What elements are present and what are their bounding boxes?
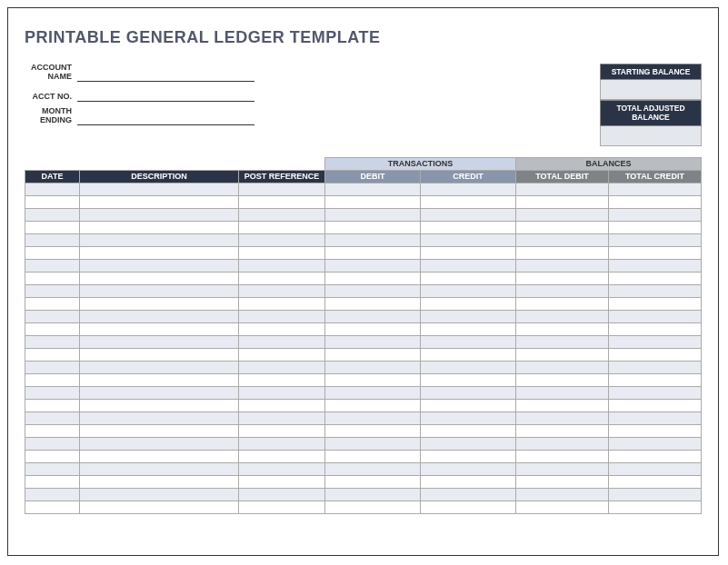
table-cell[interactable]	[516, 361, 609, 373]
table-cell[interactable]	[609, 411, 702, 424]
table-cell[interactable]	[325, 348, 421, 361]
table-cell[interactable]	[239, 322, 325, 335]
table-cell[interactable]	[25, 183, 80, 195]
table-cell[interactable]	[325, 437, 421, 450]
table-cell[interactable]	[609, 437, 702, 450]
table-cell[interactable]	[239, 335, 325, 348]
table-cell[interactable]	[325, 399, 421, 411]
table-cell[interactable]	[25, 195, 80, 208]
table-cell[interactable]	[325, 183, 421, 195]
table-cell[interactable]	[325, 221, 421, 233]
table-cell[interactable]	[239, 195, 325, 208]
table-cell[interactable]	[80, 437, 239, 450]
table-cell[interactable]	[239, 361, 325, 373]
table-cell[interactable]	[421, 322, 516, 335]
table-cell[interactable]	[516, 424, 609, 437]
table-cell[interactable]	[609, 386, 702, 399]
table-cell[interactable]	[609, 424, 702, 437]
table-cell[interactable]	[516, 233, 609, 246]
table-cell[interactable]	[25, 297, 80, 310]
table-cell[interactable]	[25, 399, 80, 411]
table-cell[interactable]	[421, 348, 516, 361]
table-cell[interactable]	[609, 233, 702, 246]
table-cell[interactable]	[421, 488, 516, 501]
table-cell[interactable]	[80, 195, 239, 208]
table-cell[interactable]	[80, 322, 239, 335]
table-cell[interactable]	[421, 462, 516, 475]
table-cell[interactable]	[80, 462, 239, 475]
table-cell[interactable]	[239, 183, 325, 195]
table-cell[interactable]	[325, 373, 421, 386]
table-cell[interactable]	[325, 335, 421, 348]
table-cell[interactable]	[609, 272, 702, 284]
table-cell[interactable]	[239, 424, 325, 437]
table-cell[interactable]	[239, 221, 325, 233]
table-cell[interactable]	[325, 272, 421, 284]
table-cell[interactable]	[421, 475, 516, 488]
table-cell[interactable]	[421, 272, 516, 284]
table-cell[interactable]	[25, 310, 80, 322]
table-cell[interactable]	[325, 208, 421, 221]
table-cell[interactable]	[609, 450, 702, 462]
table-cell[interactable]	[80, 183, 239, 195]
table-cell[interactable]	[80, 424, 239, 437]
table-cell[interactable]	[609, 259, 702, 272]
table-cell[interactable]	[516, 373, 609, 386]
table-cell[interactable]	[80, 310, 239, 322]
table-cell[interactable]	[25, 348, 80, 361]
table-cell[interactable]	[80, 488, 239, 501]
table-cell[interactable]	[25, 411, 80, 424]
table-cell[interactable]	[80, 501, 239, 513]
table-cell[interactable]	[25, 488, 80, 501]
table-cell[interactable]	[325, 475, 421, 488]
table-cell[interactable]	[25, 462, 80, 475]
table-cell[interactable]	[239, 272, 325, 284]
acct-no-input[interactable]	[77, 87, 254, 102]
table-cell[interactable]	[609, 361, 702, 373]
table-cell[interactable]	[516, 501, 609, 513]
table-cell[interactable]	[516, 284, 609, 297]
table-cell[interactable]	[609, 195, 702, 208]
table-cell[interactable]	[325, 284, 421, 297]
table-cell[interactable]	[421, 183, 516, 195]
table-cell[interactable]	[80, 272, 239, 284]
table-cell[interactable]	[325, 501, 421, 513]
table-cell[interactable]	[25, 373, 80, 386]
table-cell[interactable]	[80, 284, 239, 297]
month-ending-input[interactable]	[77, 111, 254, 125]
table-cell[interactable]	[516, 195, 609, 208]
table-cell[interactable]	[239, 386, 325, 399]
table-cell[interactable]	[421, 221, 516, 233]
table-cell[interactable]	[609, 208, 702, 221]
table-cell[interactable]	[325, 195, 421, 208]
table-cell[interactable]	[239, 233, 325, 246]
table-cell[interactable]	[239, 462, 325, 475]
table-cell[interactable]	[239, 411, 325, 424]
table-cell[interactable]	[609, 488, 702, 501]
table-cell[interactable]	[421, 450, 516, 462]
table-cell[interactable]	[80, 361, 239, 373]
total-adjusted-balance-value[interactable]	[600, 126, 702, 146]
table-cell[interactable]	[421, 437, 516, 450]
table-cell[interactable]	[25, 233, 80, 246]
table-cell[interactable]	[80, 411, 239, 424]
table-cell[interactable]	[80, 246, 239, 259]
table-cell[interactable]	[325, 411, 421, 424]
table-cell[interactable]	[516, 399, 609, 411]
table-cell[interactable]	[239, 208, 325, 221]
table-cell[interactable]	[516, 322, 609, 335]
table-cell[interactable]	[239, 437, 325, 450]
table-cell[interactable]	[609, 399, 702, 411]
table-cell[interactable]	[80, 208, 239, 221]
table-cell[interactable]	[609, 183, 702, 195]
table-cell[interactable]	[609, 501, 702, 513]
table-cell[interactable]	[421, 246, 516, 259]
table-cell[interactable]	[609, 310, 702, 322]
table-cell[interactable]	[80, 259, 239, 272]
table-cell[interactable]	[25, 386, 80, 399]
table-cell[interactable]	[421, 208, 516, 221]
table-cell[interactable]	[239, 259, 325, 272]
table-cell[interactable]	[239, 475, 325, 488]
table-cell[interactable]	[25, 221, 80, 233]
table-cell[interactable]	[80, 348, 239, 361]
